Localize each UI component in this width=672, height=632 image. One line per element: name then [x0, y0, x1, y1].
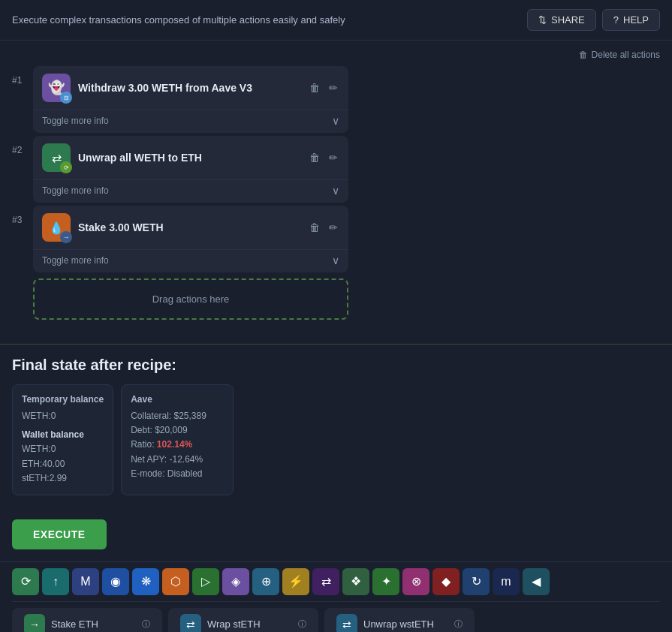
chevron-down-icon-3: ∨ — [332, 254, 339, 266]
step-number-3: #3 — [12, 206, 27, 225]
toolbar-icon-9[interactable]: ⊕ — [252, 568, 279, 595]
action-controls-2: 🗑 ✏ — [308, 150, 339, 165]
chevron-down-icon-1: ∨ — [332, 115, 339, 127]
action-card-3: 💧 → Stake 3.00 WETH 🗑 ✏ Toggle more info… — [33, 206, 348, 272]
help-icon: ? — [613, 14, 619, 26]
final-state-section: Final state after recipe: Temporary bala… — [0, 357, 672, 507]
protocol-icon-row: ⟳↑M◉❋⬡▷◈⊕⚡⇄❖✦⊗◆↻m◀ — [12, 568, 660, 602]
edit-action-2-button[interactable]: ✏ — [327, 150, 339, 165]
temp-balance-title: Temporary balance — [22, 394, 104, 405]
tab-icon-2: ⇄ — [336, 614, 357, 632]
info-icon-1: ⓘ — [298, 618, 306, 630]
top-bar-actions: ⇅ SHARE ? HELP — [527, 9, 660, 31]
delete-all-button[interactable]: 🗑 Delete all actions — [579, 50, 660, 60]
toolbar-icon-1[interactable]: ⟳ — [12, 568, 39, 595]
action-toggle-1[interactable]: Toggle more info ∨ — [33, 110, 348, 133]
tab-icon-1: ⇄ — [180, 614, 201, 632]
toolbar-icon-4[interactable]: ◉ — [102, 568, 129, 595]
protocol-badge-3: → — [60, 231, 72, 243]
toolbar-icon-15[interactable]: ◆ — [432, 568, 460, 595]
action-controls-1: 🗑 ✏ — [308, 80, 339, 95]
info-icon-0: ⓘ — [142, 618, 150, 630]
wallet-weth: WETH:0 — [22, 442, 104, 456]
delete-action-1-button[interactable]: 🗑 — [308, 80, 321, 95]
balance-card: Temporary balance WETH:0 Wallet balance … — [12, 384, 113, 495]
toolbar-icon-2[interactable]: ↑ — [42, 568, 69, 595]
aave-debt: Debt: $20,009 — [131, 423, 224, 438]
protocol-icon-symbol: ⊟ — [64, 95, 69, 101]
wallet-eth: ETH:40.00 — [22, 457, 104, 471]
section-divider — [0, 344, 672, 345]
aave-card: Aave Collateral: $25,389 Debt: $20,009 R… — [121, 384, 234, 495]
action-label-2: Unwrap all WETH to ETH — [78, 152, 300, 164]
stake-arrow-icon: → — [63, 233, 70, 241]
toolbar-icon-17[interactable]: m — [493, 568, 520, 595]
tab-label-0: Stake ETH — [51, 618, 98, 630]
step-number-2: #2 — [12, 136, 27, 155]
toolbar-icon-7[interactable]: ▷ — [192, 568, 219, 595]
protocol-badge-1: ⊟ — [60, 92, 72, 104]
state-cards: Temporary balance WETH:0 Wallet balance … — [12, 384, 660, 495]
action-toggle-2[interactable]: Toggle more info ∨ — [33, 179, 348, 203]
top-bar: Execute complex transactions composed of… — [0, 0, 672, 41]
toolbar-icon-6[interactable]: ⬡ — [162, 568, 189, 595]
action-icon-2: ⇄ ⟳ — [42, 143, 71, 172]
app-description: Execute complex transactions composed of… — [12, 14, 345, 26]
edit-action-1-button[interactable]: ✏ — [327, 80, 339, 95]
aave-net-apy: Net APY: -12.64% — [131, 453, 224, 467]
drag-zone-label: Drag actions here — [152, 293, 230, 305]
wallet-balance-title: Wallet balance — [22, 428, 104, 442]
tab-stake-eth[interactable]: → Stake ETH ⓘ — [12, 608, 162, 632]
share-button[interactable]: ⇅ SHARE — [527, 9, 596, 31]
execute-section: EXECUTE — [0, 507, 672, 561]
help-button[interactable]: ? HELP — [602, 9, 660, 31]
tab-unwrap-wsteth[interactable]: ⇄ Unwrap wstETH ⓘ — [324, 608, 475, 632]
share-label: SHARE — [551, 14, 585, 26]
action-item-3: #3 💧 → Stake 3.00 WETH 🗑 ✏ — [12, 206, 660, 272]
action-list: #1 👻 ⊟ Withdraw 3.00 WETH from Aave V3 🗑… — [12, 66, 660, 272]
action-item-1: #1 👻 ⊟ Withdraw 3.00 WETH from Aave V3 🗑… — [12, 66, 660, 133]
toolbar-icon-12[interactable]: ❖ — [342, 568, 369, 595]
delete-action-3-button[interactable]: 🗑 — [308, 220, 321, 235]
final-state-title: Final state after recipe: — [12, 357, 660, 374]
toolbar-icon-13[interactable]: ✦ — [372, 568, 399, 595]
toolbar-icon-18[interactable]: ◀ — [523, 568, 550, 595]
delete-action-2-button[interactable]: 🗑 — [308, 150, 321, 165]
toolbar-icon-14[interactable]: ⊗ — [402, 568, 429, 595]
ratio-label: Ratio: — [131, 439, 154, 450]
action-card-1: 👻 ⊟ Withdraw 3.00 WETH from Aave V3 🗑 ✏ … — [33, 66, 348, 133]
step-number-1: #1 — [12, 66, 27, 86]
help-label: HELP — [623, 14, 649, 26]
protocol-icon-symbol-2: ⟳ — [64, 164, 69, 171]
toolbar-icon-3[interactable]: M — [72, 568, 99, 595]
bottom-toolbar: ⟳↑M◉❋⬡▷◈⊕⚡⇄❖✦⊗◆↻m◀ → Stake ETH ⓘ ⇄ Wrap … — [0, 561, 672, 632]
action-card-header-2: ⇄ ⟳ Unwrap all WETH to ETH 🗑 ✏ — [33, 136, 348, 179]
toolbar-icon-10[interactable]: ⚡ — [282, 568, 309, 595]
action-icon-3: 💧 → — [42, 213, 71, 242]
temp-weth-value: WETH:0 — [22, 409, 104, 423]
wallet-steth: stETH:2.99 — [22, 471, 104, 486]
tab-label-2: Unwrap wstETH — [363, 618, 434, 630]
delete-all-label: Delete all actions — [592, 50, 660, 60]
action-card-header-3: 💧 → Stake 3.00 WETH 🗑 ✏ — [33, 206, 348, 249]
action-controls-3: 🗑 ✏ — [308, 220, 339, 235]
tab-wrap-steth[interactable]: ⇄ Wrap stETH ⓘ — [168, 608, 318, 632]
toolbar-icon-5[interactable]: ❋ — [132, 568, 159, 595]
toolbar-icon-16[interactable]: ↻ — [463, 568, 490, 595]
action-label-1: Withdraw 3.00 WETH from Aave V3 — [78, 82, 300, 94]
main-content: 🗑 Delete all actions #1 👻 ⊟ Withdraw 3.0… — [0, 41, 672, 329]
drag-drop-zone[interactable]: Drag actions here — [33, 278, 348, 320]
aave-collateral: Collateral: $25,389 — [131, 409, 224, 423]
execute-button[interactable]: EXECUTE — [12, 519, 107, 549]
toolbar-icon-8[interactable]: ◈ — [222, 568, 249, 595]
info-icon-2: ⓘ — [454, 618, 463, 630]
toggle-label-2: Toggle more info — [42, 185, 109, 196]
edit-action-3-button[interactable]: ✏ — [327, 220, 339, 235]
tab-label-1: Wrap stETH — [207, 618, 261, 630]
aave-emode: E-mode: Disabled — [131, 467, 224, 481]
delete-all-row: 🗑 Delete all actions — [12, 50, 660, 60]
aave-title: Aave — [131, 394, 224, 405]
toolbar-icon-11[interactable]: ⇄ — [312, 568, 339, 595]
action-toggle-3[interactable]: Toggle more info ∨ — [33, 249, 348, 272]
action-label-3: Stake 3.00 WETH — [78, 221, 300, 233]
